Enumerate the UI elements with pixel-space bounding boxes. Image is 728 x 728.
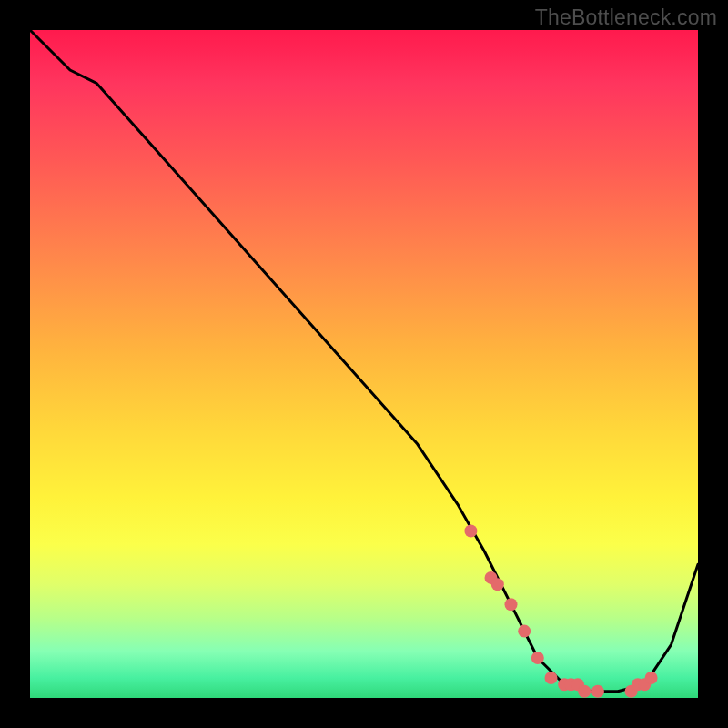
plot-area bbox=[30, 30, 698, 698]
watermark-text: TheBottleneck.com bbox=[535, 5, 717, 30]
marker-dot bbox=[578, 685, 591, 698]
marker-dot bbox=[464, 525, 477, 538]
marker-dot bbox=[545, 672, 558, 684]
curve-line bbox=[30, 30, 698, 692]
bottleneck-curve-path bbox=[30, 30, 698, 692]
marker-dots bbox=[464, 525, 657, 698]
marker-dot bbox=[505, 598, 518, 611]
chart-svg bbox=[30, 30, 698, 698]
marker-dot bbox=[491, 578, 504, 591]
marker-dot bbox=[645, 672, 658, 684]
chart-frame: TheBottleneck.com bbox=[0, 0, 728, 728]
marker-dot bbox=[518, 625, 531, 638]
marker-dot bbox=[592, 685, 604, 698]
marker-dot bbox=[531, 652, 544, 664]
